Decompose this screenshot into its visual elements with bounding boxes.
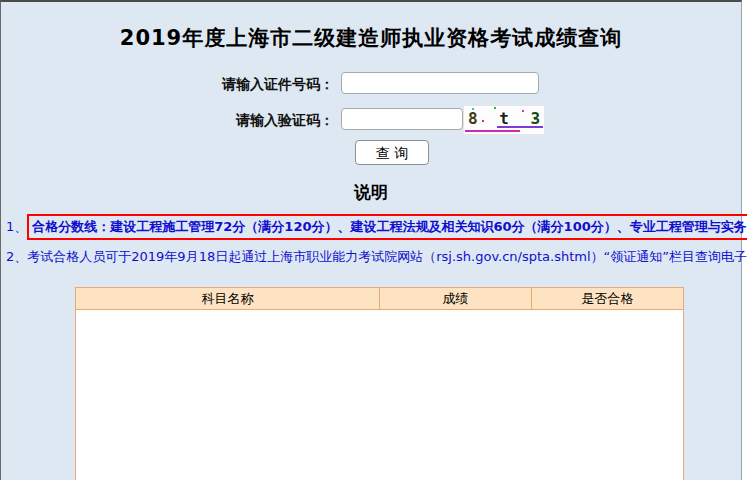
captcha-image[interactable]: 8 t 3 j (463, 105, 545, 135)
id-number-label: 请输入证件号码： (129, 76, 334, 94)
note-1-prefix: 1、 (6, 219, 27, 234)
column-header-pass: 是否合格 (532, 288, 684, 310)
query-button[interactable]: 查 询 (355, 140, 429, 165)
captcha-label: 请输入验证码： (129, 112, 334, 130)
note-1-highlighted-text: 合格分数线：建设工程施工管理72分（满分120分）、建设工程法规及相关知识60分… (27, 214, 747, 240)
page-container: 2019年度上海市二级建造师执业资格考试成绩查询 请输入证件号码： 请输入验证码… (0, 0, 742, 480)
captcha-strike-line (465, 130, 520, 132)
column-header-score: 成绩 (380, 288, 532, 310)
note-item-1: 1、合格分数线：建设工程施工管理72分（满分120分）、建设工程法规及相关知识6… (6, 214, 747, 240)
results-table-header-row: 科目名称 成绩 是否合格 (76, 288, 684, 310)
notes-heading: 说明 (1, 181, 741, 204)
captcha-characters: 8 t 3 j (468, 109, 540, 128)
captcha-char: t (499, 109, 515, 128)
captcha-input[interactable] (341, 108, 463, 130)
page-title: 2019年度上海市二级建造师执业资格考试成绩查询 (1, 24, 741, 52)
captcha-char: 8 (468, 109, 484, 128)
results-table: 科目名称 成绩 是否合格 (75, 287, 684, 480)
id-number-input[interactable] (341, 72, 539, 94)
column-header-subject: 科目名称 (76, 288, 380, 310)
captcha-char: 3 (531, 109, 545, 128)
note-item-2: 2、考试合格人员可于2019年9月18日起通过上海市职业能力考试院网站（rsj.… (6, 248, 747, 266)
results-table-empty-body (76, 310, 684, 480)
results-table-empty-row (76, 310, 684, 480)
